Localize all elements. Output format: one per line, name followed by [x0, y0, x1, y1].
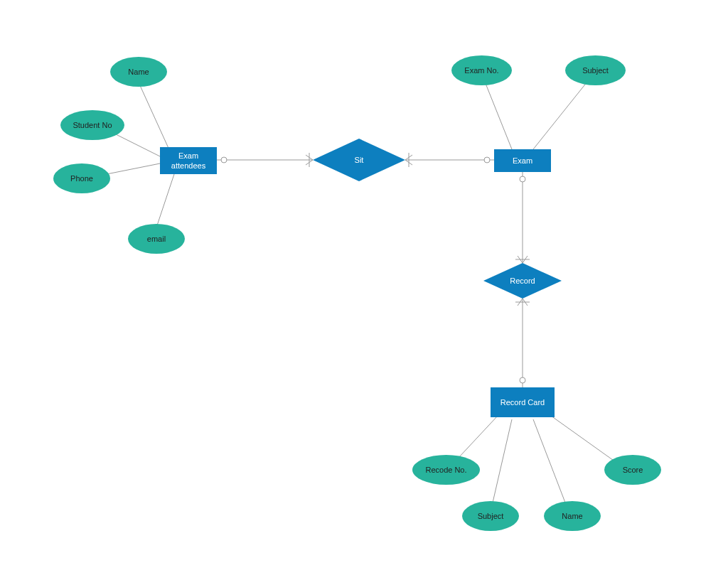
- svg-line-11: [533, 78, 590, 149]
- attribute-phone-label: Phone: [70, 174, 93, 183]
- attribute-subject-label: Subject: [582, 66, 609, 75]
- relationship-record: Record: [483, 263, 562, 299]
- entity-exam-attendees: Exam attendees: [160, 147, 217, 174]
- entity-record-card-label: Record Card: [500, 397, 545, 407]
- svg-line-19: [491, 419, 512, 512]
- entity-exam: Exam: [494, 149, 551, 172]
- attribute-email: email: [128, 224, 185, 254]
- attribute-subject2-label: Subject: [478, 512, 504, 520]
- relationship-record-label: Record: [510, 276, 535, 285]
- svg-point-17: [520, 377, 525, 383]
- attribute-student-no: Student No: [60, 110, 124, 140]
- connector-lines: [0, 0, 728, 580]
- attribute-email-label: email: [147, 235, 166, 243]
- attribute-student-no-label: Student No: [73, 121, 112, 129]
- attribute-subject: Subject: [565, 55, 626, 85]
- entity-exam-attendees-label: Exam attendees: [171, 151, 205, 171]
- attribute-score: Score: [604, 455, 661, 485]
- svg-point-5: [221, 157, 227, 163]
- attribute-name: Name: [110, 57, 167, 87]
- attribute-subject2: Subject: [462, 501, 519, 531]
- attribute-recode-no: Recode No.: [412, 455, 480, 485]
- relationship-sit-label: Sit: [355, 156, 364, 164]
- attribute-score-label: Score: [623, 466, 643, 474]
- svg-point-13: [520, 176, 525, 182]
- attribute-recode-no-label: Recode No.: [425, 466, 466, 474]
- svg-line-20: [533, 419, 569, 512]
- svg-line-10: [483, 78, 512, 149]
- relationship-sit: Sit: [313, 139, 405, 181]
- attribute-exam-no: Exam No.: [451, 55, 512, 85]
- entity-record-card: Record Card: [491, 387, 555, 417]
- attribute-name2: Name: [544, 501, 601, 531]
- attribute-name-label: Name: [128, 68, 149, 76]
- attribute-name2-label: Name: [562, 512, 582, 520]
- entity-exam-label: Exam: [513, 156, 532, 166]
- attribute-exam-no-label: Exam No.: [464, 66, 498, 75]
- attribute-phone: Phone: [53, 163, 110, 193]
- svg-point-9: [484, 157, 490, 163]
